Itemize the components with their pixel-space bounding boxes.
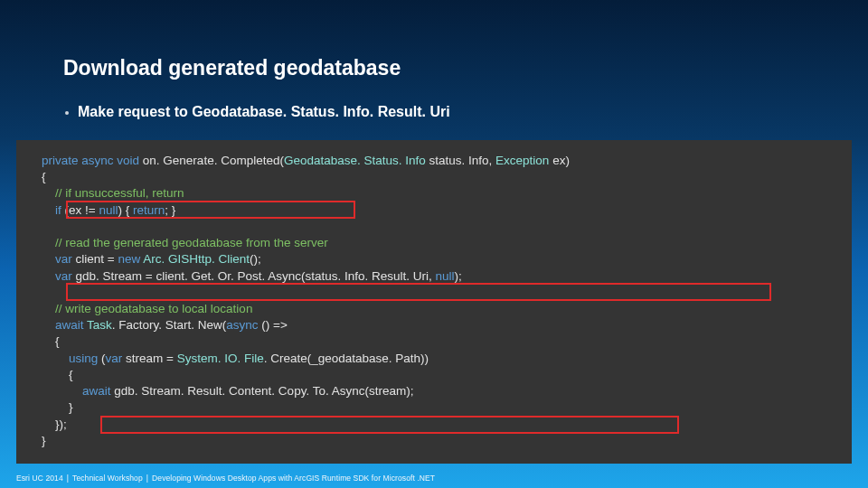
txt: client = (72, 252, 118, 266)
type: System. IO. File (177, 352, 264, 365)
kw: null (99, 203, 118, 217)
code-line: var client = new Arc. GISHttp. Client(); (42, 251, 826, 267)
kw: private (42, 154, 79, 167)
txt (42, 220, 45, 233)
kw: if (42, 203, 61, 217)
kw: await (42, 384, 111, 398)
code-line: // if unsuccessful, return (42, 185, 826, 202)
txt: ); (455, 269, 462, 283)
kw: await (42, 318, 84, 332)
code-line: } (42, 433, 826, 449)
txt: } (42, 434, 46, 447)
txt: ) { (118, 203, 133, 217)
txt: ( (98, 352, 105, 365)
type: Exception (495, 154, 549, 167)
code-line: if (ex != null) { return; } (42, 202, 826, 219)
type: Arc. GISHttp. Client (140, 252, 250, 266)
txt (42, 286, 45, 299)
txt: on. Generate. Completed( (139, 154, 284, 167)
footer-b: Technical Workshop (72, 474, 143, 483)
txt: () => (259, 318, 288, 332)
code-line: }); (42, 417, 826, 433)
code-line: { (42, 333, 826, 350)
code-line: await gdb. Stream. Result. Content. Copy… (42, 383, 826, 399)
code-line: await Task. Factory. Start. New(async ()… (42, 317, 826, 333)
type: Geodatabase. Status. Info (284, 154, 426, 167)
txt: }); (42, 418, 67, 431)
txt: . Factory. Start. New( (112, 318, 227, 332)
code-line: using (var stream = System. IO. File. Cr… (42, 351, 826, 367)
bullet-text: Make request to Geodatabase. Status. Inf… (78, 104, 450, 120)
slide-title: Download generated geodatabase (63, 56, 401, 80)
txt: . Create(_geodatabase. Path)) (264, 352, 429, 365)
code-line: { (42, 367, 826, 383)
txt: { (42, 368, 73, 381)
comment: // if unsuccessful, return (42, 186, 184, 200)
kw: using (42, 352, 98, 365)
kw: async void (79, 154, 140, 167)
txt: (ex != (61, 203, 99, 217)
code-line: { (42, 169, 826, 185)
txt: } (42, 400, 73, 414)
slide: Download generated geodatabase Make requ… (0, 0, 868, 488)
txt: (); (250, 252, 261, 266)
txt: gdb. Stream. Result. Content. Copy. To. … (111, 384, 414, 398)
kw: null (436, 269, 455, 283)
kw: var (42, 252, 72, 266)
code-line: var gdb. Stream = client. Get. Or. Post.… (42, 268, 826, 285)
txt: status. Info, (426, 154, 495, 167)
footer-c: Developing Windows Desktop Apps with Arc… (152, 474, 435, 483)
code-line (42, 219, 826, 235)
txt: ; } (165, 203, 175, 217)
type: Task (84, 318, 112, 332)
footer-a: Esri UC 2014 (16, 474, 63, 483)
comment: // read the generated geodatabase from t… (42, 236, 328, 249)
code-line: // write geodatabase to local location (42, 301, 826, 317)
kw: var (42, 269, 72, 283)
code-line: private async void on. Generate. Complet… (42, 153, 826, 169)
code-block: private async void on. Generate. Complet… (16, 140, 852, 464)
bullet-row: Make request to Geodatabase. Status. Inf… (65, 104, 450, 120)
kw: var (106, 352, 123, 365)
kw: return (133, 203, 165, 217)
txt: { (42, 334, 60, 348)
code-line: } (42, 399, 826, 416)
txt: { (42, 170, 46, 183)
code-line: // read the generated geodatabase from t… (42, 235, 826, 251)
txt: gdb. Stream = client. Get. Or. Post. Asy… (72, 269, 436, 283)
kw: async (226, 318, 258, 332)
txt: ex) (549, 154, 570, 167)
code-line (42, 285, 826, 301)
txt: stream = (122, 352, 176, 365)
comment: // write geodatabase to local location (42, 302, 252, 315)
footer: Esri UC 2014|Technical Workshop|Developi… (16, 474, 435, 483)
kw: new (118, 252, 140, 266)
bullet-dot-icon (65, 111, 69, 115)
